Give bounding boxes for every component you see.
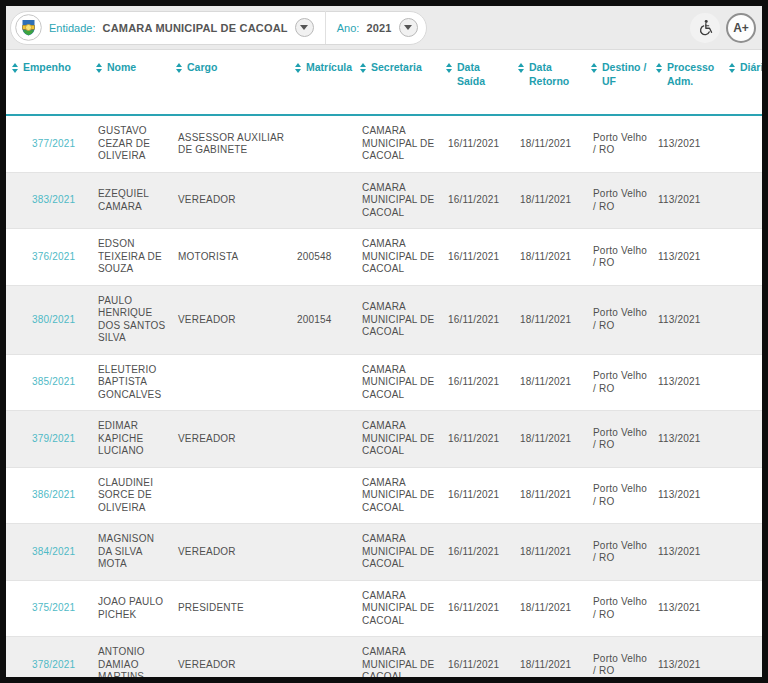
accessibility-button[interactable] (690, 13, 720, 43)
cell-empenho: 385/2021 (6, 354, 90, 411)
cell-empenho: 386/2021 (6, 467, 90, 524)
empenho-link[interactable]: 375/2021 (32, 602, 75, 613)
empenho-link[interactable]: 379/2021 (32, 433, 75, 444)
cell-matricula (289, 115, 354, 172)
column-header-label: Secretaria (371, 61, 422, 75)
diarias-table-wrap: Empenho Nome Cargo Matrícula Secretaria … (6, 50, 762, 683)
chevron-down-icon (300, 25, 308, 30)
cell-nome: PAULO HENRIQUE DOS SANTOS SILVA (90, 285, 170, 354)
cell-retorno: 18/11/2021 (512, 115, 585, 172)
municipal-coat-of-arms-icon (15, 14, 42, 41)
cell-processo: 113/2021 (650, 285, 723, 354)
cell-empenho: 377/2021 (6, 115, 90, 172)
table-row: 383/2021EZEQUIEL CAMARAVEREADORCAMARA MU… (6, 172, 762, 229)
cell-secretaria: CAMARA MUNICIPAL DE CACOAL (354, 354, 440, 411)
entity-dropdown-button[interactable] (295, 18, 314, 37)
column-header-saida[interactable]: Data Saída (440, 50, 512, 115)
cell-secretaria: CAMARA MUNICIPAL DE CACOAL (354, 580, 440, 637)
column-header-processo[interactable]: Processo Adm. (650, 50, 723, 115)
cell-saida: 16/11/2021 (440, 637, 512, 683)
cell-saida: 16/11/2021 (440, 172, 512, 229)
cell-nome: EDIMAR KAPICHE LUCIANO (90, 411, 170, 468)
sort-arrows-icon (176, 61, 182, 73)
cell-cargo: ASSESSOR AUXILIAR DE GABINETE (170, 115, 289, 172)
empenho-link[interactable]: 385/2021 (32, 376, 75, 387)
cell-secretaria: CAMARA MUNICIPAL DE CACOAL (354, 115, 440, 172)
sort-arrows-icon (295, 61, 301, 73)
cell-secretaria: CAMARA MUNICIPAL DE CACOAL (354, 172, 440, 229)
empenho-link[interactable]: 377/2021 (32, 138, 75, 149)
font-increase-button[interactable]: A+ (726, 13, 756, 43)
sort-arrows-icon (96, 61, 102, 73)
cell-matricula (289, 637, 354, 683)
table-row: 380/2021PAULO HENRIQUE DOS SANTOS SILVAV… (6, 285, 762, 354)
cell-processo: 113/2021 (650, 467, 723, 524)
cell-retorno: 18/11/2021 (512, 580, 585, 637)
cell-matricula (289, 580, 354, 637)
column-header-empenho[interactable]: Empenho (6, 50, 90, 115)
empenho-link[interactable]: 383/2021 (32, 194, 75, 205)
cell-nome: ELEUTERIO BAPTISTA GONCALVES (90, 354, 170, 411)
column-header-label: Destino / UF (602, 61, 648, 88)
cell-empenho: 384/2021 (6, 524, 90, 581)
cell-retorno: 18/11/2021 (512, 354, 585, 411)
cell-matricula: 200154 (289, 285, 354, 354)
cell-cargo: VEREADOR (170, 411, 289, 468)
cell-diarias (723, 115, 762, 172)
column-header-destino[interactable]: Destino / UF (585, 50, 650, 115)
column-header-label: Nome (107, 61, 136, 75)
column-header-cargo[interactable]: Cargo (170, 50, 289, 115)
cell-retorno: 18/11/2021 (512, 229, 585, 286)
table-row: 386/2021CLAUDINEI SORCE DE OLIVEIRACAMAR… (6, 467, 762, 524)
topbar-actions: A+ (690, 13, 756, 43)
empenho-link[interactable]: 386/2021 (32, 489, 75, 500)
cell-nome: ANTONIO DAMIAO MARTINS (90, 637, 170, 683)
cell-destino: Porto Velho / RO (585, 354, 650, 411)
cell-retorno: 18/11/2021 (512, 637, 585, 683)
cell-diarias (723, 580, 762, 637)
cell-cargo (170, 354, 289, 411)
cell-secretaria: CAMARA MUNICIPAL DE CACOAL (354, 229, 440, 286)
cell-diarias (723, 229, 762, 286)
year-dropdown-button[interactable] (399, 18, 418, 37)
cell-diarias (723, 411, 762, 468)
cell-processo: 113/2021 (650, 115, 723, 172)
empenho-link[interactable]: 378/2021 (32, 659, 75, 670)
column-header-secretaria[interactable]: Secretaria (354, 50, 440, 115)
column-header-retorno[interactable]: Data Retorno (512, 50, 585, 115)
cell-matricula (289, 354, 354, 411)
cell-saida: 16/11/2021 (440, 411, 512, 468)
cell-saida: 16/11/2021 (440, 285, 512, 354)
column-header-nome[interactable]: Nome (90, 50, 170, 115)
pill-divider (325, 11, 326, 44)
empenho-link[interactable]: 380/2021 (32, 314, 75, 325)
sort-arrows-icon (360, 61, 366, 73)
cell-empenho: 380/2021 (6, 285, 90, 354)
cell-diarias (723, 524, 762, 581)
empenho-link[interactable]: 376/2021 (32, 251, 75, 262)
table-row: 378/2021ANTONIO DAMIAO MARTINSVEREADORCA… (6, 637, 762, 683)
column-header-matricula[interactable]: Matrícula (289, 50, 354, 115)
column-header-diarias[interactable]: Diárias (723, 50, 762, 115)
cell-destino: Porto Velho / RO (585, 637, 650, 683)
cell-destino: Porto Velho / RO (585, 467, 650, 524)
sort-arrows-icon (12, 61, 18, 73)
cell-cargo: VEREADOR (170, 285, 289, 354)
cell-nome: EDSON TEIXEIRA DE SOUZA (90, 229, 170, 286)
column-header-label: Empenho (23, 61, 71, 75)
empenho-link[interactable]: 384/2021 (32, 546, 75, 557)
cell-processo: 113/2021 (650, 411, 723, 468)
column-header-label: Data Retorno (529, 61, 583, 88)
cell-diarias (723, 637, 762, 683)
cell-cargo (170, 467, 289, 524)
cell-cargo: VEREADOR (170, 637, 289, 683)
sort-arrows-icon (518, 61, 524, 73)
cell-empenho: 383/2021 (6, 172, 90, 229)
sort-arrows-icon (591, 61, 597, 73)
cell-secretaria: CAMARA MUNICIPAL DE CACOAL (354, 285, 440, 354)
cell-processo: 113/2021 (650, 580, 723, 637)
cell-processo: 113/2021 (650, 637, 723, 683)
cell-processo: 113/2021 (650, 354, 723, 411)
cell-diarias (723, 172, 762, 229)
cell-destino: Porto Velho / RO (585, 580, 650, 637)
